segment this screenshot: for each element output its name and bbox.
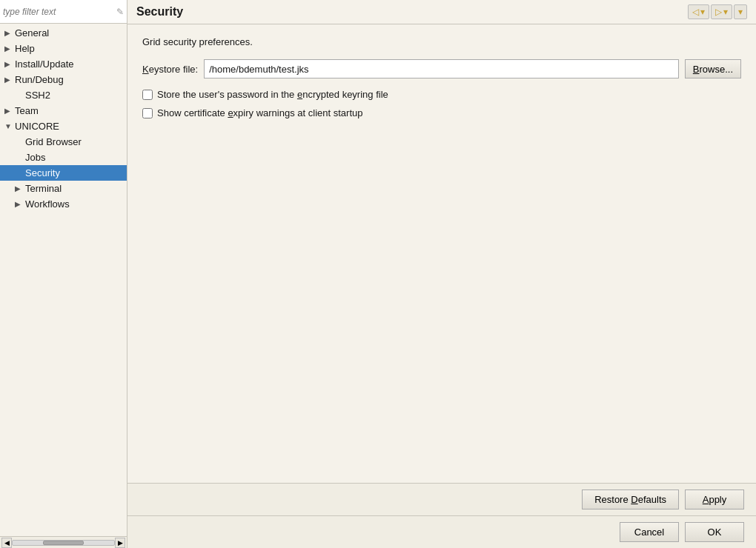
content-area: Security ◁ ▾ ▷ ▾ ▾ Grid security prefere… xyxy=(127,0,756,548)
checkbox-expiry[interactable] xyxy=(142,108,153,118)
sidebar-item-label: Security xyxy=(25,167,124,178)
checkbox-keyring-row: Store the user's password in the encrypt… xyxy=(142,89,741,100)
arrow-icon: ▶ xyxy=(4,29,15,37)
checkbox-expiry-label: Show certificate expiry warnings at clie… xyxy=(157,107,362,118)
back-icon: ◁ xyxy=(692,7,699,17)
sidebar-item-label: Workflows xyxy=(25,198,124,210)
sidebar-item-install-update[interactable]: ▶ Install/Update xyxy=(0,56,127,72)
scrollbar-track[interactable] xyxy=(12,540,115,546)
checkbox-keyring[interactable] xyxy=(142,90,153,100)
scrollbar-thumb[interactable] xyxy=(43,541,84,545)
apply-label: Apply xyxy=(703,494,727,505)
arrow-icon: ▶ xyxy=(15,200,25,208)
nav-buttons: ◁ ▾ ▷ ▾ ▾ xyxy=(688,4,747,19)
browse-label: Browse... xyxy=(693,64,733,75)
sidebar-item-help[interactable]: ▶ Help xyxy=(0,41,127,56)
arrow-icon: ▶ xyxy=(4,60,15,68)
chevron-down-icon: ▾ xyxy=(723,7,728,17)
content-header: Security ◁ ▾ ▷ ▾ ▾ xyxy=(127,0,756,24)
back-button[interactable]: ◁ ▾ xyxy=(688,4,709,19)
arrow-icon: ▶ xyxy=(4,76,15,84)
menu-button[interactable]: ▾ xyxy=(734,4,747,19)
section-description: Grid security preferences. xyxy=(142,36,741,47)
sidebar-item-label: Terminal xyxy=(25,183,124,194)
restore-defaults-button[interactable]: Restore Defaults xyxy=(582,489,679,509)
apply-button[interactable]: Apply xyxy=(685,489,744,509)
ok-label: OK xyxy=(708,527,722,538)
arrow-icon: ▶ xyxy=(4,107,15,115)
footer-row2: Cancel OK xyxy=(127,516,756,548)
sidebar-item-unicore[interactable]: ▼ UNICORE xyxy=(0,118,127,134)
filter-icon: ✎ xyxy=(116,7,124,17)
sidebar-item-run-debug[interactable]: ▶ Run/Debug xyxy=(0,72,127,87)
arrow-icon: ▼ xyxy=(4,122,15,130)
sidebar-item-team[interactable]: ▶ Team xyxy=(0,103,127,118)
chevron-down-icon: ▾ xyxy=(700,7,705,17)
sidebar-item-general[interactable]: ▶ General xyxy=(0,25,127,41)
keystore-label: Keystore file: xyxy=(142,64,198,75)
sidebar-item-security[interactable]: Security xyxy=(0,165,127,181)
sidebar-item-label: Run/Debug xyxy=(15,74,124,85)
filter-input[interactable] xyxy=(3,7,116,17)
cancel-label: Cancel xyxy=(634,527,664,538)
sidebar-item-label: SSH2 xyxy=(25,90,124,101)
keystore-row: Keystore file: Browse... xyxy=(142,59,741,78)
browse-button[interactable]: Browse... xyxy=(685,59,741,78)
scroll-left-button[interactable]: ◀ xyxy=(1,538,12,548)
tree: ▶ General ▶ Help ▶ Install/Update ▶ Run/… xyxy=(0,24,127,536)
arrow-icon: ▶ xyxy=(4,44,15,53)
forward-icon: ▷ xyxy=(715,7,722,17)
sidebar-item-jobs[interactable]: Jobs xyxy=(0,150,127,165)
sidebar-item-label: Jobs xyxy=(25,152,124,163)
sidebar-item-label: Install/Update xyxy=(15,59,124,70)
sidebar-item-terminal[interactable]: ▶ Terminal xyxy=(0,181,127,196)
menu-icon: ▾ xyxy=(738,7,743,17)
ok-button[interactable]: OK xyxy=(685,522,744,542)
main-container: ✎ ▶ General ▶ Help ▶ Install/Update ▶ Ru… xyxy=(0,0,756,548)
sidebar: ✎ ▶ General ▶ Help ▶ Install/Update ▶ Ru… xyxy=(0,0,127,548)
cancel-button[interactable]: Cancel xyxy=(620,522,679,542)
forward-button[interactable]: ▷ ▾ xyxy=(711,4,732,19)
checkbox-keyring-text: Store the user's password in the encrypt… xyxy=(157,89,388,100)
checkbox-expiry-row: Show certificate expiry warnings at clie… xyxy=(142,107,741,118)
checkbox-expiry-text: Show certificate expiry warnings at clie… xyxy=(157,107,362,118)
restore-defaults-label: Restore Defaults xyxy=(594,494,666,505)
sidebar-item-label: UNICORE xyxy=(15,121,124,132)
sidebar-item-workflows[interactable]: ▶ Workflows xyxy=(0,196,127,212)
keystore-input[interactable] xyxy=(204,59,679,78)
arrow-icon: ▶ xyxy=(15,184,25,193)
page-title: Security xyxy=(136,5,183,19)
checkbox-keyring-label: Store the user's password in the encrypt… xyxy=(157,89,388,100)
sidebar-item-label: Grid Browser xyxy=(25,136,124,147)
sidebar-item-ssh2[interactable]: SSH2 xyxy=(0,87,127,103)
sidebar-item-label: General xyxy=(15,27,124,39)
footer-row1: Restore Defaults Apply xyxy=(127,484,756,516)
sidebar-item-label: Team xyxy=(15,105,124,116)
footer: Restore Defaults Apply Cancel OK xyxy=(127,483,756,548)
content-body: Grid security preferences. Keystore file… xyxy=(127,24,756,483)
scrollbar-container: ◀ ▶ xyxy=(0,536,127,548)
sidebar-item-label: Help xyxy=(15,43,124,54)
sidebar-item-grid-browser[interactable]: Grid Browser xyxy=(0,134,127,150)
filter-box: ✎ xyxy=(0,0,127,24)
scroll-right-button[interactable]: ▶ xyxy=(115,538,125,548)
keystore-label-text: Keystore file: xyxy=(142,64,198,75)
